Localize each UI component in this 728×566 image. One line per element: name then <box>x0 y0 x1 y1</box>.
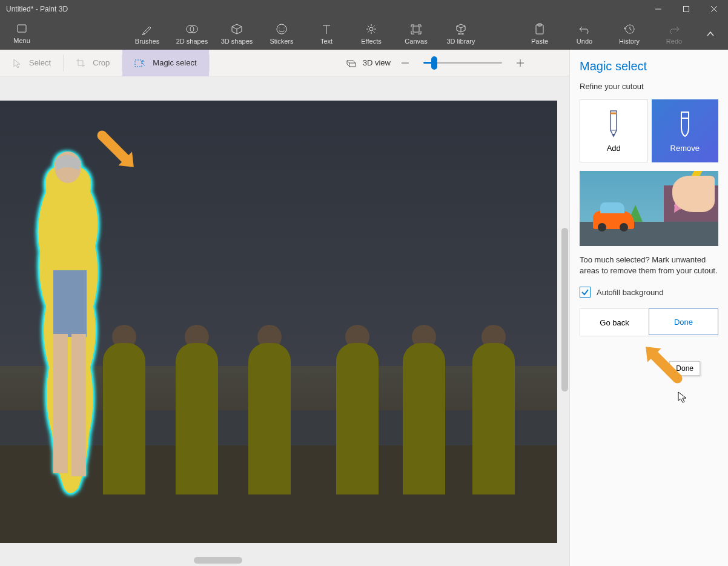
magic-select-icon <box>134 58 145 68</box>
top-ribbon: Menu Brushes 2D shapes 3D shapes Sticker… <box>0 18 728 50</box>
check-icon <box>581 288 589 296</box>
3d-view-icon <box>346 58 357 68</box>
crop-icon <box>76 58 85 68</box>
paste-icon <box>534 23 546 35</box>
autofill-checkbox[interactable] <box>580 287 591 298</box>
minus-icon <box>400 58 410 68</box>
minimize-button[interactable] <box>644 0 672 18</box>
chevron-up-icon <box>706 29 715 39</box>
3d-shapes-icon <box>231 23 243 35</box>
paste-button[interactable]: Paste <box>517 18 562 50</box>
text-icon <box>320 23 333 35</box>
effects-button[interactable]: Effects <box>349 18 394 50</box>
crop-tool[interactable]: Crop <box>64 50 122 76</box>
close-button[interactable] <box>700 0 728 18</box>
3d-library-button[interactable]: 3D library <box>438 18 483 50</box>
redo-button: Redo <box>652 18 697 50</box>
magic-select-panel: Magic select Refine your cutout Add Remo… <box>569 50 728 566</box>
zoom-slider-thumb[interactable] <box>431 56 437 70</box>
history-icon <box>623 23 635 35</box>
window-titlebar: Untitled* - Paint 3D <box>0 0 728 18</box>
plus-icon <box>515 58 525 68</box>
maximize-button[interactable] <box>672 0 700 18</box>
brush-icon <box>141 23 153 35</box>
3d-library-icon <box>455 23 467 35</box>
remove-mode-button[interactable]: Remove <box>652 99 719 162</box>
background-person <box>472 325 515 494</box>
stickers-icon <box>276 23 288 35</box>
undo-button[interactable]: Undo <box>562 18 607 50</box>
go-back-button[interactable]: Go back <box>580 309 649 336</box>
canvas-button[interactable]: Canvas <box>394 18 438 50</box>
svg-rect-1 <box>684 7 689 12</box>
2d-shapes-icon <box>186 23 198 35</box>
background-person <box>176 325 218 494</box>
canvas-image[interactable] <box>0 101 557 543</box>
canvas-icon <box>410 23 422 35</box>
panel-buttons: Go back Done <box>580 308 718 336</box>
eraser-icon <box>674 110 696 138</box>
zoom-slider[interactable] <box>423 62 502 64</box>
svg-rect-18 <box>53 270 87 337</box>
2d-shapes-button[interactable]: 2D shapes <box>170 18 214 50</box>
magic-select-tool[interactable]: Magic select <box>122 50 208 76</box>
magic-select-cutout[interactable] <box>30 149 109 501</box>
effects-icon <box>365 23 377 35</box>
background-person <box>403 325 445 494</box>
autofill-checkbox-row[interactable]: Autofill background <box>580 284 718 300</box>
zoom-in-button[interactable] <box>513 56 528 70</box>
expand-ribbon-button[interactable] <box>697 18 724 50</box>
background-person <box>103 325 145 494</box>
background-person <box>336 325 379 494</box>
svg-point-7 <box>277 24 286 34</box>
panel-note: Too much selected? Mark unwanted areas t… <box>580 255 718 276</box>
svg-rect-9 <box>413 26 419 32</box>
undo-icon <box>578 23 591 35</box>
zoom-out-button[interactable] <box>398 56 412 70</box>
select-tool[interactable]: Select <box>0 50 63 76</box>
text-button[interactable]: Text <box>304 18 349 50</box>
remove-preview-image <box>580 171 718 246</box>
history-button[interactable]: History <box>607 18 652 50</box>
menu-button[interactable]: Menu <box>4 18 40 50</box>
cursor-icon <box>12 58 22 68</box>
pencil-icon <box>604 110 623 138</box>
autofill-label: Autofill background <box>597 288 664 297</box>
mouse-cursor <box>678 391 687 404</box>
brushes-button[interactable]: Brushes <box>125 18 170 50</box>
svg-rect-19 <box>53 334 68 473</box>
svg-rect-13 <box>135 60 142 67</box>
done-button[interactable]: Done <box>649 308 718 335</box>
horizontal-scrollbar[interactable] <box>194 557 242 564</box>
panel-title: Magic select <box>580 59 718 73</box>
window-title: Untitled* - Paint 3D <box>0 5 68 13</box>
svg-rect-4 <box>18 25 26 32</box>
stickers-button[interactable]: Stickers <box>259 18 304 50</box>
canvas-workspace <box>0 76 569 566</box>
svg-rect-20 <box>71 334 86 476</box>
svg-point-8 <box>369 27 373 31</box>
3d-view-toggle[interactable]: 3D view <box>346 58 391 68</box>
3d-shapes-button[interactable]: 3D shapes <box>214 18 259 50</box>
redo-icon <box>668 23 680 35</box>
add-mode-button[interactable]: Add <box>580 99 648 162</box>
panel-subtitle: Refine your cutout <box>580 82 718 91</box>
vertical-scrollbar[interactable] <box>561 228 568 391</box>
background-person <box>248 325 291 494</box>
